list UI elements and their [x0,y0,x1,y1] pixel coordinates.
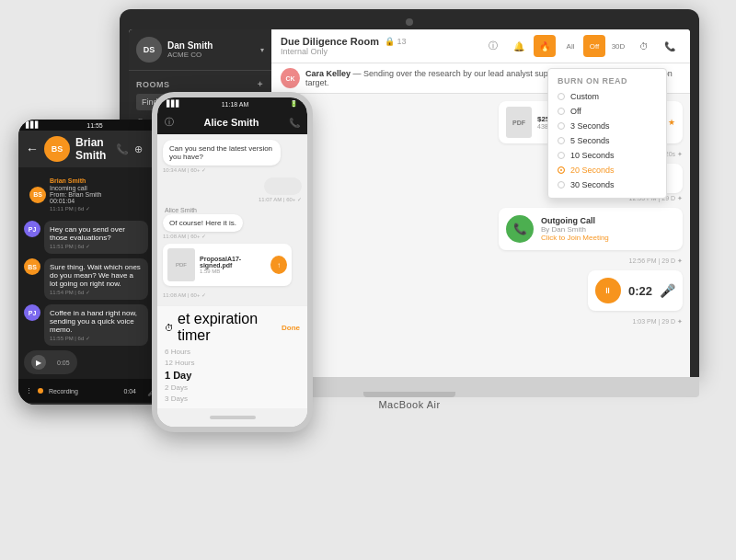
android-back-icon[interactable]: ← [26,142,39,156]
radio-3s [558,122,565,130]
expiry-1d[interactable]: 1 Day [165,369,300,382]
recording-bar: ⋮ Recording 0:04 🎤 [18,379,166,403]
scene: DS Dan Smith ACME CO ▾ ROOMS [0,0,736,560]
info-button[interactable]: ⓘ [482,35,504,57]
iphone-contact-name: Alice Smith [179,117,283,128]
expiry-label-group: ⏱ et expiration timer [165,311,282,344]
recording-label: Recording [49,388,78,394]
iphone-msg-2-time: 11:07 AM | 60+ ✓ [259,196,302,202]
burn-dropdown: BURN ON READ Custom Off [547,68,667,199]
timer-text: 0:22 [628,284,652,298]
iphone-pdf-row[interactable]: PDF ProposalA17-signed.pdf 1.59 MB ↑ [163,244,292,286]
iphone-expiry-bar: ⏱ et expiration timer Done 6 Hours 12 Ho… [157,305,307,408]
android-bs-avatar-small: BS [29,187,46,203]
android-chat-area: BS Brian Smith Incoming callFrom: Brian … [18,167,166,379]
burn-option-10s[interactable]: 10 Seconds [548,148,666,163]
chevron-down-icon: ▾ [260,46,264,54]
tab-all[interactable]: All [559,35,581,57]
menu-icon[interactable]: ⋮ [26,387,32,394]
sender-name: Cara Kelley [305,69,351,78]
pause-icon[interactable]: ⏸ [595,278,621,303]
android-phone: ▋▋▋ 11:55 🔋 ← BS Brian Smith 📞 ⊕ ⋮ BS Br… [18,120,166,405]
expiry-done-button[interactable]: Done [282,324,300,332]
iphone-pdf-info: ProposalA17-signed.pdf 1.59 MB [200,256,266,274]
user-info[interactable]: DS Dan Smith ACME CO ▾ [136,37,264,63]
call-join-link[interactable]: Click to Join Meeting [541,234,675,242]
iphone-upload-icon[interactable]: ↑ [270,256,287,274]
android-pj2-msg: Coffee in a hand right now, sending you … [44,304,160,346]
expiry-2d[interactable]: 2 Days [165,383,300,393]
radio-custom [558,93,565,100]
tab-30d[interactable]: 30D [607,35,629,57]
burn-button[interactable]: 🔥 [534,35,556,57]
android-pj-avatar: PJ [24,221,40,237]
android-call-icon[interactable]: 📞 [116,143,129,155]
iphone-time: 11:18 AM [222,101,249,108]
android-call-msg: BS Brian Smith Incoming callFrom: Brian … [24,173,107,216]
timer-box: ⏸ 0:22 🎤 [588,270,683,311]
chat-header: Due Diligence Room 🔒 13 Internal Only ⓘ … [271,29,690,63]
call-phone-icon: 📞 [506,215,534,243]
android-pj2-text: Coffee in a hand right now, sending you … [44,304,148,346]
star-icon: ★ [668,118,675,127]
radio-20s [558,166,565,174]
burn-option-off[interactable]: Off [548,104,666,119]
android-voice-note[interactable]: ▶ 0:05 [24,350,77,374]
burn-dropdown-label: BURN ON READ [548,74,666,89]
play-button[interactable]: ▶ [31,355,46,370]
notifications-button[interactable]: 🔔 [508,35,530,57]
phone-button[interactable]: 📞 [659,35,681,57]
android-msg-content: Brian Smith Incoming callFrom: Brian Smi… [50,177,101,211]
home-bar [210,416,256,419]
android-bs-msg-group: BS Sure thing. Wait which ones do you me… [24,258,160,300]
iphone-chat-area: Can you send the latest version you have… [157,134,307,305]
android-video-icon[interactable]: ⊕ [134,143,143,155]
android-contact-avatar: BS [44,136,70,162]
chat-subtitle: Internal Only [281,47,475,56]
radio-10s [558,152,565,159]
rooms-header: ROOMS ＋ [136,78,264,90]
iphone: ▋▋▋ 11:18 AM 🔋 ⓘ Alice Smith 📞 Can you s… [152,92,313,432]
user-text: Dan Smith ACME CO [167,40,255,59]
iphone-msg-3: Of course! Here it is. [163,214,243,232]
user-name: Dan Smith [167,40,255,51]
radio-off [558,108,565,115]
burn-option-custom[interactable]: Custom [548,89,666,104]
iphone-info-icon[interactable]: ⓘ [165,116,174,129]
iphone-msg-1-time: 10:34 AM | 60+ ✓ [163,166,206,173]
android-pj-msg: Hey can you send over those evaluations?… [44,221,160,254]
mic-icon: 🎤 [660,283,675,298]
tab-off[interactable]: Off [583,35,605,57]
iphone-status-bar: ▋▋▋ 11:18 AM 🔋 [157,97,307,110]
main-chat-panel: Due Diligence Room 🔒 13 Internal Only ⓘ … [271,29,690,377]
expiry-options: 6 Hours 12 Hours 1 Day 2 Days 3 Days [165,347,300,404]
burn-option-3s[interactable]: 3 Seconds [548,119,666,133]
android-pj-time: 11:51 PM | 6d ✓ [50,243,143,249]
android-status-bar: ▋▋▋ 11:55 🔋 [18,120,166,131]
expiry-12h[interactable]: 12 Hours [165,358,300,368]
android-bs-avatar: BS [24,258,40,275]
clock-button[interactable]: ⏱ [633,35,655,57]
iphone-home-indicator [157,408,307,427]
android-pj2-msg-group: PJ Coffee in a hand right now, sending y… [24,304,160,346]
iphone-signal: ▋▋▋ [167,100,180,108]
outgoing-call-box[interactable]: 📞 Outgoing Call By Dan Smith Click to Jo… [499,208,683,250]
chat-title: Due Diligence Room [281,36,379,47]
sidebar-header: DS Dan Smith ACME CO ▾ [129,29,271,71]
recording-dot [38,388,43,394]
call-time: 12:56 PM | 29 D ✦ [629,257,683,265]
android-pj2-avatar: PJ [24,304,40,321]
expiry-6h[interactable]: 6 Hours [165,347,300,357]
burn-option-20s[interactable]: 20 Seconds [548,163,666,177]
iphone-pdf-time: 11:08 AM | 60+ ✓ [163,291,302,298]
android-pj-msg-group: PJ Hey can you send over those evaluatio… [24,221,160,254]
android-contact-name: Brian Smith [75,136,110,162]
android-signal: ▋▋▋ [26,121,40,129]
burn-option-5s[interactable]: 5 Seconds [548,133,666,148]
iphone-msg-2-group: 11:07 AM | 60+ ✓ [163,177,302,202]
alice-label: Alice Smith [163,207,302,213]
burn-option-30s[interactable]: 30 Seconds [548,177,666,192]
iphone-phone-icon[interactable]: 📞 [289,118,300,128]
add-room-icon[interactable]: ＋ [256,78,265,90]
expiry-3d[interactable]: 3 Days [165,394,300,404]
